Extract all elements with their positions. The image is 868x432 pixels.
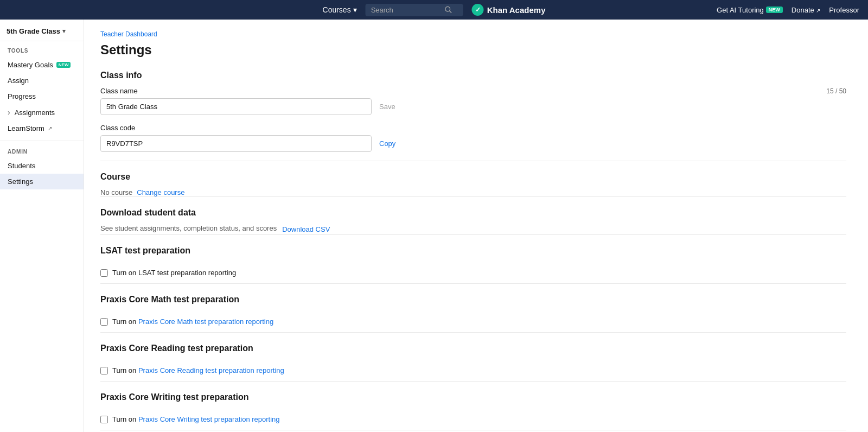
main-content: Teacher Dashboard Settings Class info Cl… bbox=[84, 20, 868, 432]
ai-tutoring-button[interactable]: Get AI Tutoring NEW bbox=[717, 6, 783, 14]
mastery-goals-label: Mastery Goals bbox=[8, 61, 53, 69]
admin-section: ADMIN Students Settings bbox=[0, 141, 84, 189]
download-section: Download student data See student assign… bbox=[100, 196, 846, 234]
breadcrumb[interactable]: Teacher Dashboard bbox=[100, 30, 846, 38]
mastery-goals-badge: NEW bbox=[56, 62, 71, 68]
sidebar-item-mastery-goals[interactable]: Mastery Goals NEW bbox=[0, 57, 84, 73]
user-menu-button[interactable]: Professor bbox=[829, 6, 859, 14]
praxis-reading-title: Praxis Core Reading test preparation bbox=[100, 344, 846, 353]
praxis-math-section: Praxis Core Math test preparation Turn o… bbox=[100, 283, 846, 332]
students-label: Students bbox=[8, 162, 35, 170]
new-badge: NEW bbox=[766, 7, 783, 13]
chevron-down-icon: ▾ bbox=[353, 5, 357, 14]
praxis-math-title: Praxis Core Math test preparation bbox=[100, 295, 846, 304]
course-title: Course bbox=[100, 172, 846, 182]
donate-label: Donate bbox=[792, 6, 814, 14]
praxis-math-checkbox-row: Turn on Praxis Core Math test preparatio… bbox=[100, 311, 846, 332]
sidebar-item-students[interactable]: Students bbox=[0, 158, 84, 174]
change-course-link[interactable]: Change course bbox=[137, 188, 184, 196]
donate-button[interactable]: Donate ↗ bbox=[792, 6, 821, 14]
tools-section: TOOLS Mastery Goals NEW Assign Progress … bbox=[0, 41, 84, 136]
sidebar-item-settings[interactable]: Settings bbox=[0, 174, 84, 189]
praxis-reading-checkbox-row: Turn on Praxis Core Reading test prepara… bbox=[100, 360, 846, 381]
nav-center: Courses ▾ ✓ Khan Academy bbox=[323, 4, 546, 16]
class-name-input[interactable] bbox=[100, 98, 372, 115]
courses-label: Courses bbox=[323, 5, 351, 14]
admin-section-label: ADMIN bbox=[0, 149, 84, 158]
praxis-writing-title: Praxis Core Writing test preparation bbox=[100, 392, 846, 402]
class-info-title: Class info bbox=[100, 71, 846, 80]
top-navigation: Courses ▾ ✓ Khan Academy Get AI Tutoring… bbox=[0, 0, 868, 20]
download-csv-link[interactable]: Download CSV bbox=[282, 225, 330, 233]
praxis-reading-checkbox[interactable] bbox=[100, 367, 108, 374]
class-code-input[interactable] bbox=[100, 135, 372, 152]
user-label: Professor bbox=[829, 6, 859, 14]
search-container bbox=[366, 4, 463, 16]
learnstorm-label: LearnStorm bbox=[8, 124, 44, 132]
learnstorm-external-icon: ↗ bbox=[48, 125, 52, 131]
praxis-reading-section: Praxis Core Reading test preparation Tur… bbox=[100, 332, 846, 381]
course-section: Course No course Change course bbox=[100, 161, 846, 196]
lsat-checkbox-label[interactable]: Turn on LSAT test preparation reporting bbox=[112, 269, 236, 277]
save-button[interactable]: Save bbox=[377, 103, 398, 111]
sidebar-item-learnstorm[interactable]: LearnStorm ↗ bbox=[0, 120, 84, 136]
sidebar-item-assignments[interactable]: Assignments bbox=[0, 104, 84, 120]
praxis-math-checkbox[interactable] bbox=[100, 318, 108, 326]
search-icon bbox=[445, 6, 452, 14]
download-row: See student assignments, completion stat… bbox=[100, 224, 846, 234]
class-code-label-row: Class code bbox=[100, 124, 846, 132]
google-sync-section: Sync with Google Classroom Sync with Goo… bbox=[100, 430, 846, 432]
lsat-checkbox-row: Turn on LSAT test preparation reporting bbox=[100, 262, 846, 283]
lsat-section: LSAT test preparation Turn on LSAT test … bbox=[100, 234, 846, 283]
page-title: Settings bbox=[100, 42, 846, 58]
download-desc: See student assignments, completion stat… bbox=[100, 224, 277, 232]
assignments-label: Assignments bbox=[15, 109, 55, 117]
class-name-input-row: Save bbox=[100, 98, 846, 115]
main-layout: 5th Grade Class ▾ TOOLS Mastery Goals NE… bbox=[0, 20, 868, 432]
class-info-section: Class info Class name 15 / 50 Save Class… bbox=[100, 71, 846, 152]
praxis-writing-checkbox-row: Turn on Praxis Core Writing test prepara… bbox=[100, 409, 846, 430]
lsat-title: LSAT test preparation bbox=[100, 246, 846, 256]
class-code-input-row: Copy bbox=[100, 135, 846, 152]
nav-right: Get AI Tutoring NEW Donate ↗ Professor bbox=[717, 6, 859, 14]
praxis-writing-checkbox[interactable] bbox=[100, 416, 108, 423]
praxis-writing-checkbox-label[interactable]: Turn on Praxis Core Writing test prepara… bbox=[112, 415, 280, 423]
praxis-math-checkbox-label[interactable]: Turn on Praxis Core Math test preparatio… bbox=[112, 317, 273, 326]
progress-label: Progress bbox=[8, 92, 36, 100]
praxis-writing-section: Praxis Core Writing test preparation Tur… bbox=[100, 381, 846, 430]
khan-logo-icon: ✓ bbox=[472, 4, 484, 16]
praxis-writing-link[interactable]: Praxis Core Writing test preparation rep… bbox=[138, 415, 280, 423]
download-title: Download student data bbox=[100, 208, 846, 218]
external-link-icon: ↗ bbox=[816, 8, 820, 14]
svg-line-1 bbox=[450, 11, 451, 12]
class-name: 5th Grade Class bbox=[7, 27, 60, 35]
brand-logo: ✓ Khan Academy bbox=[472, 4, 546, 16]
course-info: No course Change course bbox=[100, 188, 846, 196]
class-chevron-icon: ▾ bbox=[62, 28, 66, 35]
class-name-label-row: Class name 15 / 50 bbox=[100, 87, 846, 95]
tools-section-label: TOOLS bbox=[0, 48, 84, 57]
settings-label: Settings bbox=[8, 177, 33, 186]
praxis-reading-link[interactable]: Praxis Core Reading test preparation rep… bbox=[138, 366, 284, 374]
praxis-reading-checkbox-label[interactable]: Turn on Praxis Core Reading test prepara… bbox=[112, 366, 284, 374]
class-name-char-count: 15 / 50 bbox=[826, 87, 846, 95]
brand-name: Khan Academy bbox=[487, 5, 546, 15]
copy-button[interactable]: Copy bbox=[377, 139, 398, 148]
ai-tutoring-label: Get AI Tutoring bbox=[717, 6, 764, 14]
no-course-text: No course bbox=[100, 188, 132, 196]
class-selector[interactable]: 5th Grade Class ▾ bbox=[0, 20, 84, 41]
class-code-label: Class code bbox=[100, 124, 135, 132]
search-input[interactable] bbox=[371, 6, 442, 14]
lsat-checkbox[interactable] bbox=[100, 269, 108, 277]
class-name-label: Class name bbox=[100, 87, 138, 95]
courses-button[interactable]: Courses ▾ bbox=[323, 5, 357, 14]
sidebar-item-progress[interactable]: Progress bbox=[0, 88, 84, 104]
sidebar-item-assign[interactable]: Assign bbox=[0, 73, 84, 88]
praxis-math-link[interactable]: Praxis Core Math test preparation report… bbox=[138, 317, 273, 326]
sidebar: 5th Grade Class ▾ TOOLS Mastery Goals NE… bbox=[0, 20, 84, 432]
assign-label: Assign bbox=[8, 77, 29, 85]
